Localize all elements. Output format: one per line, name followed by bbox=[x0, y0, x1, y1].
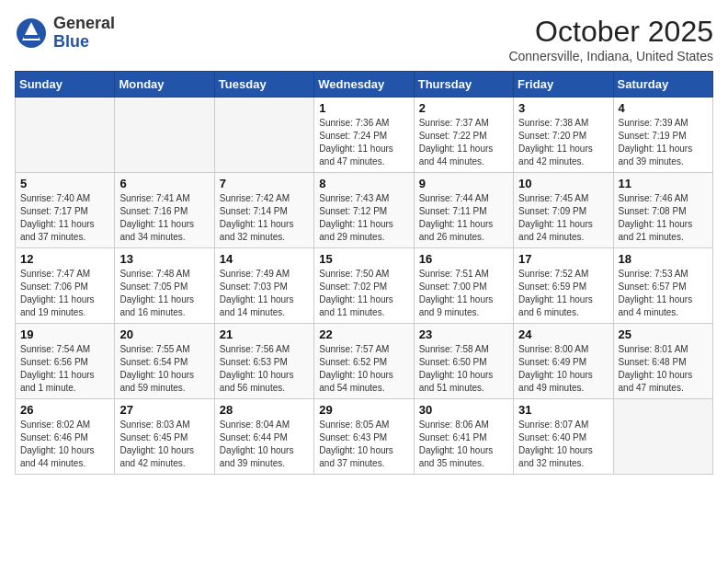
day-number: 27 bbox=[119, 403, 209, 417]
day-detail: Sunrise: 8:01 AMSunset: 6:48 PMDaylight:… bbox=[619, 343, 708, 395]
table-row: 26Sunrise: 8:02 AMSunset: 6:46 PMDayligh… bbox=[16, 399, 115, 475]
col-tuesday: Tuesday bbox=[214, 72, 313, 98]
table-row: 5Sunrise: 7:40 AMSunset: 7:17 PMDaylight… bbox=[16, 173, 115, 248]
month-title: October 2025 bbox=[508, 15, 713, 49]
day-number: 3 bbox=[518, 101, 608, 115]
calendar-week-5: 26Sunrise: 8:02 AMSunset: 6:46 PMDayligh… bbox=[16, 399, 713, 475]
table-row: 13Sunrise: 7:48 AMSunset: 7:05 PMDayligh… bbox=[115, 248, 214, 324]
day-detail: Sunrise: 7:51 AMSunset: 7:00 PMDaylight:… bbox=[419, 268, 508, 319]
day-detail: Sunrise: 7:37 AMSunset: 7:22 PMDaylight:… bbox=[419, 117, 508, 168]
day-detail: Sunrise: 7:54 AMSunset: 6:56 PMDaylight:… bbox=[20, 343, 109, 395]
day-detail: Sunrise: 7:47 AMSunset: 7:06 PMDaylight:… bbox=[20, 268, 109, 319]
col-friday: Friday bbox=[514, 72, 613, 98]
day-detail: Sunrise: 7:57 AMSunset: 6:52 PMDaylight:… bbox=[319, 343, 408, 395]
day-number: 22 bbox=[319, 327, 408, 341]
day-detail: Sunrise: 7:48 AMSunset: 7:05 PMDaylight:… bbox=[119, 268, 209, 319]
calendar-week-3: 12Sunrise: 7:47 AMSunset: 7:06 PMDayligh… bbox=[16, 248, 713, 324]
table-row: 4Sunrise: 7:39 AMSunset: 7:19 PMDaylight… bbox=[613, 98, 712, 173]
table-row: 19Sunrise: 7:54 AMSunset: 6:56 PMDayligh… bbox=[16, 324, 115, 399]
day-number: 8 bbox=[319, 177, 408, 190]
day-detail: Sunrise: 7:41 AMSunset: 7:16 PMDaylight:… bbox=[119, 192, 209, 244]
day-number: 5 bbox=[20, 177, 109, 190]
day-detail: Sunrise: 7:56 AMSunset: 6:53 PMDaylight:… bbox=[220, 343, 309, 395]
day-detail: Sunrise: 8:00 AMSunset: 6:49 PMDaylight:… bbox=[518, 343, 608, 395]
table-row: 14Sunrise: 7:49 AMSunset: 7:03 PMDayligh… bbox=[214, 248, 313, 324]
col-thursday: Thursday bbox=[414, 72, 513, 98]
day-number: 23 bbox=[419, 327, 508, 341]
day-number: 31 bbox=[518, 403, 608, 417]
day-detail: Sunrise: 7:44 AMSunset: 7:11 PMDaylight:… bbox=[419, 192, 508, 244]
logo-icon bbox=[15, 17, 48, 50]
day-number: 17 bbox=[518, 252, 608, 266]
day-number: 19 bbox=[20, 327, 109, 341]
day-number: 6 bbox=[119, 177, 209, 190]
table-row: 29Sunrise: 8:05 AMSunset: 6:43 PMDayligh… bbox=[314, 399, 414, 475]
day-number: 14 bbox=[220, 252, 309, 266]
table-row: 18Sunrise: 7:53 AMSunset: 6:57 PMDayligh… bbox=[613, 248, 712, 324]
table-row bbox=[214, 98, 313, 173]
day-detail: Sunrise: 7:53 AMSunset: 6:57 PMDaylight:… bbox=[619, 268, 708, 319]
col-saturday: Saturday bbox=[613, 72, 712, 98]
logo-blue: Blue bbox=[53, 33, 115, 52]
table-row: 15Sunrise: 7:50 AMSunset: 7:02 PMDayligh… bbox=[314, 248, 414, 324]
day-number: 24 bbox=[518, 327, 608, 341]
svg-rect-2 bbox=[24, 35, 39, 39]
table-row: 30Sunrise: 8:06 AMSunset: 6:41 PMDayligh… bbox=[414, 399, 513, 475]
table-row: 24Sunrise: 8:00 AMSunset: 6:49 PMDayligh… bbox=[514, 324, 613, 399]
day-number: 28 bbox=[220, 403, 309, 417]
col-wednesday: Wednesday bbox=[314, 72, 414, 98]
day-detail: Sunrise: 7:38 AMSunset: 7:20 PMDaylight:… bbox=[518, 117, 608, 168]
table-row: 2Sunrise: 7:37 AMSunset: 7:22 PMDaylight… bbox=[414, 98, 513, 173]
day-number: 21 bbox=[220, 327, 309, 341]
calendar-table: Sunday Monday Tuesday Wednesday Thursday… bbox=[15, 71, 713, 475]
day-number: 29 bbox=[319, 403, 408, 417]
table-row: 11Sunrise: 7:46 AMSunset: 7:08 PMDayligh… bbox=[613, 173, 712, 248]
day-detail: Sunrise: 7:43 AMSunset: 7:12 PMDaylight:… bbox=[319, 192, 408, 244]
day-number: 26 bbox=[20, 403, 109, 417]
day-detail: Sunrise: 7:55 AMSunset: 6:54 PMDaylight:… bbox=[119, 343, 209, 395]
day-detail: Sunrise: 8:04 AMSunset: 6:44 PMDaylight:… bbox=[220, 419, 309, 470]
day-number: 13 bbox=[119, 252, 209, 266]
day-detail: Sunrise: 7:36 AMSunset: 7:24 PMDaylight:… bbox=[319, 117, 408, 168]
day-number: 20 bbox=[119, 327, 209, 341]
col-monday: Monday bbox=[115, 72, 214, 98]
day-number: 15 bbox=[319, 252, 408, 266]
day-number: 12 bbox=[20, 252, 109, 266]
col-sunday: Sunday bbox=[16, 72, 115, 98]
calendar-header-row: Sunday Monday Tuesday Wednesday Thursday… bbox=[16, 72, 713, 98]
day-detail: Sunrise: 7:39 AMSunset: 7:19 PMDaylight:… bbox=[619, 117, 708, 168]
day-detail: Sunrise: 7:45 AMSunset: 7:09 PMDaylight:… bbox=[518, 192, 608, 244]
day-number: 1 bbox=[319, 101, 408, 115]
day-detail: Sunrise: 7:58 AMSunset: 6:50 PMDaylight:… bbox=[419, 343, 508, 395]
day-detail: Sunrise: 7:52 AMSunset: 6:59 PMDaylight:… bbox=[518, 268, 608, 319]
day-number: 11 bbox=[619, 177, 708, 190]
table-row: 20Sunrise: 7:55 AMSunset: 6:54 PMDayligh… bbox=[115, 324, 214, 399]
day-detail: Sunrise: 8:05 AMSunset: 6:43 PMDaylight:… bbox=[319, 419, 408, 470]
day-number: 2 bbox=[419, 101, 508, 115]
page-header: General Blue October 2025 Connersville, … bbox=[15, 15, 713, 63]
day-detail: Sunrise: 7:42 AMSunset: 7:14 PMDaylight:… bbox=[220, 192, 309, 244]
table-row bbox=[115, 98, 214, 173]
day-detail: Sunrise: 7:40 AMSunset: 7:17 PMDaylight:… bbox=[20, 192, 109, 244]
table-row: 22Sunrise: 7:57 AMSunset: 6:52 PMDayligh… bbox=[314, 324, 414, 399]
day-number: 7 bbox=[220, 177, 309, 190]
day-detail: Sunrise: 8:06 AMSunset: 6:41 PMDaylight:… bbox=[419, 419, 508, 470]
calendar-week-1: 1Sunrise: 7:36 AMSunset: 7:24 PMDaylight… bbox=[16, 98, 713, 173]
table-row: 9Sunrise: 7:44 AMSunset: 7:11 PMDaylight… bbox=[414, 173, 513, 248]
calendar-week-4: 19Sunrise: 7:54 AMSunset: 6:56 PMDayligh… bbox=[16, 324, 713, 399]
table-row: 16Sunrise: 7:51 AMSunset: 7:00 PMDayligh… bbox=[414, 248, 513, 324]
table-row: 8Sunrise: 7:43 AMSunset: 7:12 PMDaylight… bbox=[314, 173, 414, 248]
day-number: 9 bbox=[419, 177, 508, 190]
table-row: 12Sunrise: 7:47 AMSunset: 7:06 PMDayligh… bbox=[16, 248, 115, 324]
day-number: 18 bbox=[619, 252, 708, 266]
logo-general: General bbox=[53, 15, 115, 33]
table-row: 10Sunrise: 7:45 AMSunset: 7:09 PMDayligh… bbox=[514, 173, 613, 248]
table-row: 3Sunrise: 7:38 AMSunset: 7:20 PMDaylight… bbox=[514, 98, 613, 173]
logo-text: General Blue bbox=[53, 15, 115, 52]
table-row: 21Sunrise: 7:56 AMSunset: 6:53 PMDayligh… bbox=[214, 324, 313, 399]
logo: General Blue bbox=[15, 15, 115, 52]
table-row: 7Sunrise: 7:42 AMSunset: 7:14 PMDaylight… bbox=[214, 173, 313, 248]
day-number: 10 bbox=[518, 177, 608, 190]
table-row: 6Sunrise: 7:41 AMSunset: 7:16 PMDaylight… bbox=[115, 173, 214, 248]
calendar-week-2: 5Sunrise: 7:40 AMSunset: 7:17 PMDaylight… bbox=[16, 173, 713, 248]
